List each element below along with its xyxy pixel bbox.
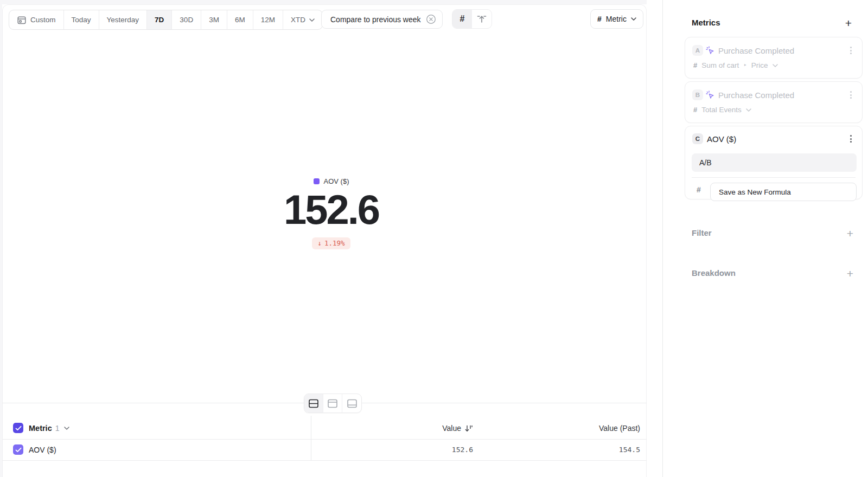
align-top-toggle[interactable] bbox=[472, 10, 492, 28]
date-range-segmented-control: Custom Today Yesterday 7D 30D 3M 6M 12M … bbox=[9, 10, 323, 30]
remove-compare-icon[interactable] bbox=[426, 14, 436, 24]
metric-dropdown-button[interactable]: # Metric bbox=[590, 9, 643, 29]
date-range-3m[interactable]: 3M bbox=[201, 10, 227, 29]
metric-key-badge: C bbox=[692, 133, 703, 144]
event-click-icon bbox=[705, 90, 715, 100]
date-range-12m[interactable]: 12M bbox=[253, 10, 283, 29]
date-range-today[interactable]: Today bbox=[64, 10, 99, 29]
measure-property-label: Price bbox=[751, 61, 768, 69]
breadcrumb-sep-icon: ‣ bbox=[743, 62, 747, 69]
table-row-divider bbox=[2, 460, 647, 461]
add-metric-button[interactable]: + bbox=[843, 17, 854, 29]
metric-dropdown-label: Metric bbox=[606, 15, 627, 23]
sort-descending-icon[interactable] bbox=[465, 425, 473, 432]
date-range-label: Today bbox=[72, 16, 91, 24]
table-row: AOV ($) bbox=[13, 444, 56, 455]
view-switcher bbox=[304, 394, 362, 413]
date-range-custom[interactable]: Custom bbox=[9, 10, 64, 29]
check-icon bbox=[15, 426, 22, 431]
metric-options-kebab-icon[interactable] bbox=[846, 89, 855, 100]
hash-icon: # bbox=[460, 14, 465, 24]
date-range-label: 6M bbox=[235, 16, 245, 24]
save-as-new-formula-button[interactable]: Save as New Formula bbox=[710, 183, 857, 201]
date-range-label: 3M bbox=[209, 16, 219, 24]
legend-color-swatch bbox=[314, 178, 320, 184]
date-range-label: Yesterday bbox=[107, 16, 139, 24]
legend-label: AOV ($) bbox=[324, 177, 349, 185]
hash-icon: # bbox=[597, 15, 602, 23]
table-only-view-button[interactable] bbox=[342, 394, 361, 412]
value-display-toggle: # bbox=[452, 9, 492, 29]
event-click-icon bbox=[705, 46, 715, 55]
date-range-30d[interactable]: 30D bbox=[172, 10, 201, 29]
change-percent: 1.19% bbox=[324, 239, 345, 247]
hash-icon: # bbox=[693, 61, 697, 69]
formula-input[interactable]: A/B bbox=[692, 153, 857, 172]
metric-options-kebab-icon[interactable] bbox=[846, 45, 855, 56]
chart-only-view-button[interactable] bbox=[323, 394, 342, 412]
card-divider bbox=[692, 177, 856, 178]
check-icon bbox=[15, 447, 22, 453]
chevron-down-icon bbox=[773, 64, 778, 67]
date-range-xtd-dropdown[interactable]: XTD bbox=[283, 10, 322, 29]
add-filter-button[interactable]: + bbox=[844, 227, 856, 239]
add-breakdown-button[interactable]: + bbox=[844, 267, 856, 279]
page-background-strip bbox=[0, 0, 647, 4]
table-header-metric-cell: Metric 1 bbox=[13, 423, 69, 433]
date-range-yesterday[interactable]: Yesterday bbox=[99, 10, 148, 29]
big-number-value: 152.6 bbox=[0, 189, 662, 230]
row-metric-name: AOV ($) bbox=[29, 446, 56, 454]
metric-card-a[interactable]: A Purchase Completed # Sum of cart ‣ Pri… bbox=[685, 37, 863, 79]
date-range-label: 12M bbox=[261, 16, 275, 24]
date-range-7d[interactable]: 7D bbox=[147, 10, 172, 29]
number-format-toggle[interactable]: # bbox=[452, 10, 472, 28]
align-top-icon bbox=[476, 14, 487, 24]
row-checkbox[interactable] bbox=[13, 444, 23, 455]
table-metric-header-label: Metric bbox=[29, 424, 52, 433]
metric-event-name: Purchase Completed bbox=[718, 46, 794, 55]
metric-key-badge: B bbox=[692, 89, 703, 100]
row-value-past-cell: 154.5 bbox=[619, 446, 640, 454]
chart-only-view-icon bbox=[327, 399, 338, 408]
date-range-6m[interactable]: 6M bbox=[227, 10, 253, 29]
measure-label: Total Events bbox=[701, 106, 742, 114]
chevron-down-icon bbox=[631, 17, 636, 21]
metric-key-badge: A bbox=[692, 45, 703, 56]
breakdown-section-title: Breakdown bbox=[692, 268, 736, 278]
change-badge: ↓ 1.19% bbox=[312, 237, 350, 249]
row-value-cell: 152.6 bbox=[452, 446, 473, 454]
metric-card-c[interactable]: C AOV ($) A/B # Save as New Formula bbox=[685, 126, 863, 199]
date-range-label: Custom bbox=[30, 16, 56, 24]
calendar-icon bbox=[17, 15, 27, 25]
chart-legend: AOV ($) bbox=[0, 177, 662, 185]
date-range-label: XTD bbox=[291, 16, 305, 24]
metrics-section-title: Metrics bbox=[692, 18, 720, 27]
metric-event-name: Purchase Completed bbox=[718, 91, 794, 100]
hash-icon: # bbox=[697, 185, 701, 194]
split-view-button[interactable] bbox=[304, 394, 323, 412]
table-column-divider bbox=[311, 416, 311, 460]
date-range-label: 7D bbox=[155, 16, 164, 24]
date-range-label: 30D bbox=[180, 16, 193, 24]
change-badge-row: ↓ 1.19% bbox=[0, 237, 662, 249]
metric-card-b[interactable]: B Purchase Completed # Total Events bbox=[685, 81, 863, 123]
metric-measure-dropdown[interactable]: # Total Events bbox=[693, 106, 751, 114]
compare-to-previous-week-chip[interactable]: Compare to previous week bbox=[321, 10, 443, 29]
sidebar-divider bbox=[662, 0, 663, 477]
select-all-checkbox[interactable] bbox=[13, 423, 23, 433]
metric-measure-dropdown[interactable]: # Sum of cart ‣ Price bbox=[693, 61, 778, 69]
chevron-down-icon bbox=[309, 18, 315, 22]
metric-options-kebab-icon[interactable] bbox=[846, 133, 855, 144]
split-view-icon bbox=[308, 399, 319, 408]
table-metric-count: 1 bbox=[55, 424, 60, 433]
table-header-divider bbox=[2, 439, 647, 440]
hash-icon: # bbox=[693, 106, 697, 114]
value-header-label: Value bbox=[442, 424, 461, 433]
chevron-down-icon[interactable] bbox=[64, 427, 69, 430]
table-value-column-header[interactable]: Value bbox=[442, 424, 473, 433]
arrow-down-icon: ↓ bbox=[317, 239, 322, 247]
filter-section-title: Filter bbox=[692, 228, 712, 237]
table-value-past-column-header[interactable]: Value (Past) bbox=[599, 424, 640, 433]
value-past-header-label: Value (Past) bbox=[599, 424, 640, 433]
table-only-view-icon bbox=[347, 399, 358, 408]
